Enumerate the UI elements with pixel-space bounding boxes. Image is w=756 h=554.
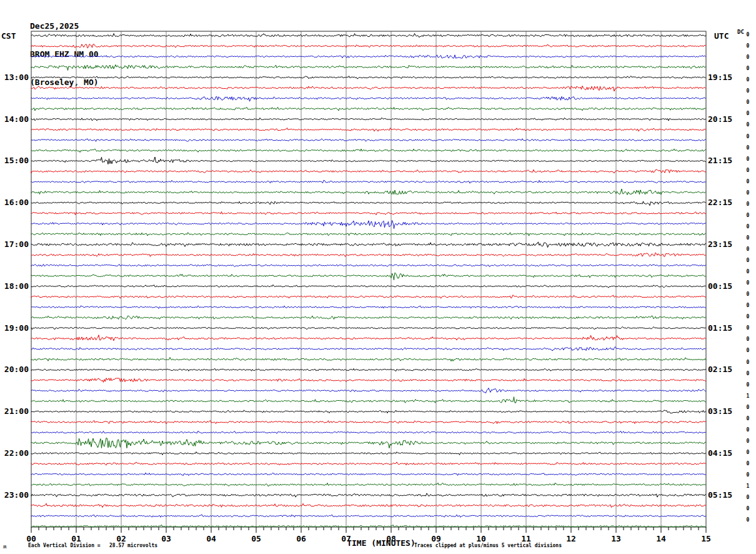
dc-value: 0 (744, 179, 752, 185)
dc-value: 0 (744, 43, 752, 49)
dc-value: 0 (744, 314, 752, 320)
x-tick-label: 14 (653, 534, 669, 543)
dc-value: 0 (744, 201, 752, 208)
dc-value: 1 (744, 393, 752, 400)
dc-value: 0 (744, 111, 752, 117)
dc-value: 1 (744, 483, 752, 490)
dc-value: 0 (744, 77, 752, 83)
cst-hour-label: 17:00 (0, 239, 29, 249)
x-tick-label: 06 (293, 534, 309, 543)
dc-value: 0 (744, 495, 752, 501)
x-tick-label: 15 (698, 534, 714, 543)
cst-hour-label: 22:00 (0, 448, 29, 458)
labels-layer: 13:0019:1514:0020:1515:0021:1516:0022:15… (0, 0, 756, 554)
dc-value: 0 (744, 269, 752, 275)
dc-value: 0 (744, 246, 752, 253)
x-tick-label: 13 (608, 534, 624, 543)
utc-hour-label: 03:15 (708, 406, 745, 416)
dc-value: 0 (744, 134, 752, 140)
dc-value: 0 (744, 224, 752, 230)
dc-value: 0 (744, 517, 752, 523)
utc-hour-label: 05:15 (708, 490, 745, 500)
x-tick-label: 10 (473, 534, 489, 543)
utc-hour-label: 01:15 (708, 323, 745, 333)
dc-value: 0 (744, 99, 752, 106)
utc-hour-label: 23:15 (708, 239, 745, 249)
x-tick-label: 02 (113, 534, 129, 543)
x-tick-label: 03 (158, 534, 174, 543)
cst-hour-label: 14:00 (0, 114, 29, 124)
x-tick-label: 01 (68, 534, 84, 543)
dc-value: 0 (744, 122, 752, 128)
dc-value: 0 (744, 360, 752, 366)
dc-value: 0 (744, 280, 752, 286)
dc-value: 0 (744, 66, 752, 72)
dc-value: 0 (744, 348, 752, 354)
utc-hour-label: 21:15 (708, 156, 745, 166)
clipping-note: Traces clipped at plus/minus 5 vertical … (414, 543, 562, 548)
x-axis-title: TIME (MINUTES) (344, 538, 419, 548)
utc-hour-label: 00:15 (708, 281, 745, 291)
x-tick-label: 09 (428, 534, 444, 543)
dc-value: 0 (744, 258, 752, 264)
x-tick-label: 11 (518, 534, 534, 543)
dc-value: 0 (744, 168, 752, 174)
dc-value: 0 (744, 54, 752, 61)
dc-value: 0 (744, 472, 752, 478)
dc-value: 0 (744, 213, 752, 219)
cst-hour-label: 16:00 (0, 198, 29, 208)
dc-value: 0 (744, 325, 752, 331)
dc-value: 0 (744, 506, 752, 512)
cst-hour-label: 18:00 (0, 281, 29, 291)
utc-hour-label: 02:15 (708, 365, 745, 375)
dc-value: 0 (744, 461, 752, 467)
cst-hour-label: 15:00 (0, 156, 29, 166)
dc-value: 0 (744, 416, 752, 422)
dc-value: 0 (744, 156, 752, 163)
utc-hour-label: 04:15 (708, 448, 745, 458)
x-tick-label: 00 (23, 534, 39, 543)
dc-value: 0 (744, 303, 752, 309)
dc-value: 0 (744, 371, 752, 377)
dc-value: 0 (744, 336, 752, 343)
dc-value: 0 (744, 88, 752, 94)
dc-value: 0 (744, 291, 752, 298)
logo-squiggle: ʍ (3, 543, 6, 550)
x-tick-label: 05 (248, 534, 264, 543)
dc-value: 0 (744, 427, 752, 433)
vertical-division-note: Each Vertical Division = 28.57 microvolt… (28, 543, 157, 548)
utc-hour-label: 19:15 (708, 73, 745, 83)
dc-value: 0 (744, 450, 752, 456)
dc-value: 0 (744, 190, 752, 196)
x-tick-label: 12 (563, 534, 579, 543)
dc-value: 0 (744, 32, 752, 38)
cst-hour-label: 19:00 (0, 323, 29, 333)
dc-value: 0 (744, 145, 752, 151)
cst-hour-label: 23:00 (0, 490, 29, 500)
dc-value: 0 (744, 438, 752, 445)
dc-value: 0 (744, 382, 752, 388)
cst-hour-label: 21:00 (0, 406, 29, 416)
cst-hour-label: 20:00 (0, 365, 29, 375)
x-tick-label: 04 (203, 534, 219, 543)
utc-hour-label: 22:15 (708, 198, 745, 208)
utc-hour-label: 20:15 (708, 114, 745, 124)
cst-hour-label: 13:00 (0, 73, 29, 83)
dc-value: 0 (744, 235, 752, 241)
dc-value: 0 (744, 405, 752, 411)
webicorder-page: Dec25,2025 BROM EHZ NM 00 (Broseley, MO)… (0, 0, 756, 554)
